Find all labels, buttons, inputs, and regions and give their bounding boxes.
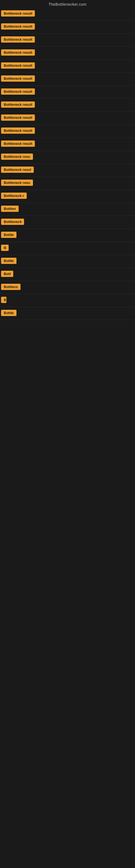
- bottleneck-badge-16[interactable]: Bottlen: [1, 206, 18, 212]
- site-title: TheBottlenecker.com: [0, 0, 135, 8]
- result-row-6: Bottleneck result: [0, 73, 135, 86]
- result-row-23: B: [0, 294, 135, 307]
- bottleneck-badge-9[interactable]: Bottleneck result: [1, 115, 35, 121]
- result-row-21: Bott: [0, 268, 135, 281]
- result-row-22: Bottlens: [0, 281, 135, 294]
- bottleneck-badge-1[interactable]: Bottleneck result: [1, 10, 35, 17]
- result-row-3: Bottleneck result: [0, 34, 135, 46]
- bottleneck-badge-5[interactable]: Bottleneck result: [1, 62, 35, 69]
- bottleneck-badge-19[interactable]: B: [1, 245, 9, 251]
- bottleneck-badge-18[interactable]: Bottle: [1, 231, 16, 238]
- result-row-17: Bottleneck: [0, 216, 135, 229]
- result-row-12: Bottleneck resu: [0, 151, 135, 164]
- site-header: TheBottlenecker.com: [0, 0, 135, 8]
- result-row-5: Bottleneck result: [0, 60, 135, 73]
- result-row-24: Bottle: [0, 307, 135, 320]
- result-row-20: Bottle: [0, 255, 135, 268]
- result-row-15: Bottleneck r: [0, 190, 135, 203]
- result-row-9: Bottleneck result: [0, 112, 135, 125]
- result-row-11: Bottleneck result: [0, 138, 135, 151]
- bottleneck-badge-4[interactable]: Bottleneck result: [1, 50, 35, 56]
- result-row-13: Bottleneck resul: [0, 164, 135, 177]
- bottleneck-badge-20[interactable]: Bottle: [1, 258, 16, 264]
- bottleneck-badge-12[interactable]: Bottleneck resu: [1, 154, 33, 160]
- bottleneck-badge-11[interactable]: Bottleneck result: [1, 141, 35, 147]
- result-row-4: Bottleneck result: [0, 46, 135, 60]
- bottleneck-badge-15[interactable]: Bottleneck r: [1, 193, 27, 199]
- result-row-1: Bottleneck result: [0, 8, 135, 21]
- results-list: Bottleneck resultBottleneck resultBottle…: [0, 8, 135, 320]
- bottleneck-badge-17[interactable]: Bottleneck: [1, 219, 24, 225]
- bottleneck-badge-8[interactable]: Bottleneck result: [1, 101, 35, 108]
- bottleneck-badge-6[interactable]: Bottleneck result: [1, 75, 35, 82]
- result-row-2: Bottleneck result: [0, 21, 135, 34]
- bottleneck-badge-7[interactable]: Bottleneck result: [1, 88, 35, 95]
- bottleneck-badge-14[interactable]: Bottleneck resu: [1, 180, 33, 186]
- result-row-19: B: [0, 242, 135, 255]
- bottleneck-badge-23[interactable]: B: [1, 297, 6, 303]
- result-row-8: Bottleneck result: [0, 99, 135, 112]
- bottleneck-badge-24[interactable]: Bottle: [1, 310, 16, 316]
- bottleneck-badge-13[interactable]: Bottleneck resul: [1, 166, 34, 173]
- result-row-10: Bottleneck result: [0, 125, 135, 138]
- result-row-14: Bottleneck resu: [0, 177, 135, 190]
- bottleneck-badge-2[interactable]: Bottleneck result: [1, 23, 35, 30]
- result-row-18: Bottle: [0, 229, 135, 242]
- bottleneck-badge-3[interactable]: Bottleneck result: [1, 36, 35, 42]
- bottleneck-badge-22[interactable]: Bottlens: [1, 284, 20, 290]
- result-row-16: Bottlen: [0, 203, 135, 216]
- result-row-7: Bottleneck result: [0, 86, 135, 99]
- bottleneck-badge-10[interactable]: Bottleneck result: [1, 127, 35, 134]
- bottleneck-badge-21[interactable]: Bott: [1, 271, 13, 277]
